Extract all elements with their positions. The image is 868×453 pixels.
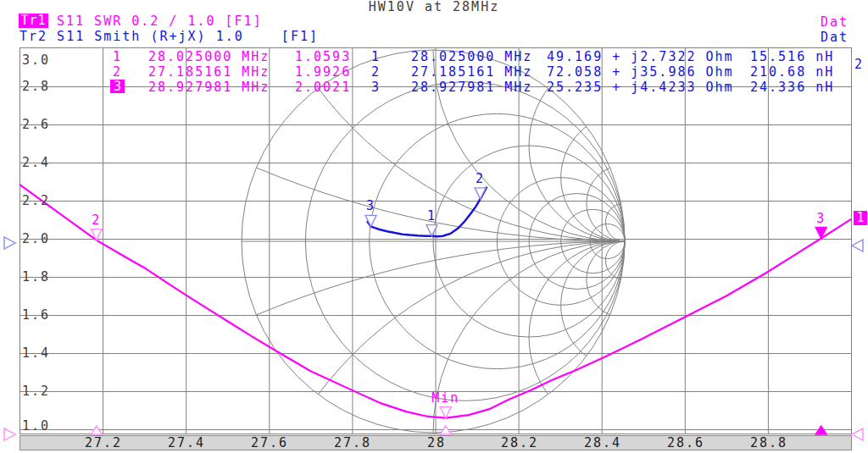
trace2-data-source-label: Dat bbox=[821, 30, 849, 44]
swr-marker-number[interactable]: 3 bbox=[110, 80, 125, 93]
y-tick-label: 2.6 bbox=[22, 118, 50, 131]
swr-marker-value: 1.0593 bbox=[295, 50, 351, 64]
marker-label: 3 bbox=[816, 211, 826, 226]
x-tick-label: 28 bbox=[427, 436, 446, 450]
tr2-right-edge-indicator[interactable] bbox=[852, 240, 863, 251]
y-tick-label: 1.0 bbox=[22, 419, 50, 433]
trace1-label[interactable]: S11 SWR 0.2 / 1.0 [F1] bbox=[57, 14, 263, 28]
frequency-axis-bar[interactable]: 27.227.427.627.82828.228.428.628.8 bbox=[19, 435, 852, 450]
x-tick-label: 28.4 bbox=[584, 436, 621, 450]
x-tick-label: 28.6 bbox=[667, 436, 704, 450]
tr1-left-edge-indicator[interactable] bbox=[4, 428, 15, 440]
smith-marker-number[interactable]: 2 bbox=[371, 65, 381, 79]
y-tick-label: 1.8 bbox=[22, 270, 50, 284]
swr-marker-value: 1.9926 bbox=[295, 65, 351, 79]
swr-marker-triangle[interactable] bbox=[440, 407, 451, 418]
y-tick-label: 2.2 bbox=[22, 194, 50, 207]
smith-marker-impedance: 25.235 + j4.4233 Ohm bbox=[547, 80, 734, 94]
trace1-ref-badge[interactable]: 1 bbox=[854, 211, 867, 225]
swr-marker-value: 2.0021 bbox=[295, 80, 351, 94]
trace1-data-source-label: Dat bbox=[821, 15, 849, 29]
trace2-ref-label[interactable]: 2 bbox=[854, 58, 862, 71]
swr-marker-frequency: 27.185161 MHz bbox=[148, 65, 270, 79]
x-tick-label: 27.6 bbox=[251, 436, 288, 450]
swr-marker-number[interactable]: 1 bbox=[113, 50, 122, 64]
smith-marker-inductance: 24.336 nH bbox=[750, 80, 834, 94]
y-tick-label: 2.8 bbox=[22, 80, 50, 93]
swr-marker-frequency: 28.025000 MHz bbox=[148, 50, 270, 64]
tr2-left-edge-indicator[interactable] bbox=[4, 237, 15, 249]
y-tick-label: 2.0 bbox=[22, 232, 50, 246]
tr1-right-edge-indicator[interactable] bbox=[852, 428, 863, 440]
smith-marker-number[interactable]: 1 bbox=[371, 50, 381, 64]
y-tick-label: 3.0 bbox=[22, 53, 50, 67]
marker-label: 1 bbox=[427, 208, 437, 224]
x-tick-label: 27.8 bbox=[334, 436, 371, 450]
vna-app-window: 2Min3123 HW10V at 28MHz Tr1 S11 SWR 0.2 … bbox=[0, 0, 868, 453]
x-tick-label: 28.8 bbox=[750, 436, 787, 450]
smith-marker-triangle[interactable] bbox=[365, 215, 376, 226]
smith-marker-impedance: 49.169 + j2.7322 Ohm bbox=[547, 50, 734, 64]
swr-marker-number[interactable]: 2 bbox=[113, 65, 122, 79]
trace2-label[interactable]: Tr2 S11 Smith (R+jX) 1.0 [F1] bbox=[19, 30, 319, 43]
smith-marker-number[interactable]: 3 bbox=[371, 80, 381, 94]
marker-label: 2 bbox=[92, 213, 101, 228]
swr-marker-frequency: 28.927981 MHz bbox=[148, 80, 270, 94]
y-tick-label: 1.4 bbox=[22, 346, 50, 360]
smith-marker-impedance: 72.058 + j35.986 Ohm bbox=[547, 65, 734, 79]
marker-label: Min bbox=[431, 390, 459, 406]
y-tick-label: 2.4 bbox=[22, 156, 50, 169]
smith-marker-inductance: 15.516 nH bbox=[750, 50, 834, 64]
smith-marker-frequency: 27.185161 MHz bbox=[411, 65, 532, 79]
trace1-badge[interactable]: Tr1 bbox=[19, 14, 48, 28]
smith-marker-frequency: 28.927981 MHz bbox=[411, 80, 532, 94]
smith-marker-inductance: 210.68 nH bbox=[750, 65, 834, 79]
x-tick-label: 27.2 bbox=[85, 436, 122, 450]
x-tick-label: 27.4 bbox=[168, 436, 205, 450]
marker-label: 3 bbox=[366, 198, 376, 213]
y-tick-label: 1.2 bbox=[22, 384, 50, 398]
smith-marker-frequency: 28.025000 MHz bbox=[411, 50, 532, 64]
y-tick-label: 1.6 bbox=[22, 308, 50, 322]
page-title: HW10V at 28MHz bbox=[0, 0, 868, 14]
marker-label: 2 bbox=[476, 171, 485, 186]
x-tick-label: 28.2 bbox=[501, 436, 538, 450]
